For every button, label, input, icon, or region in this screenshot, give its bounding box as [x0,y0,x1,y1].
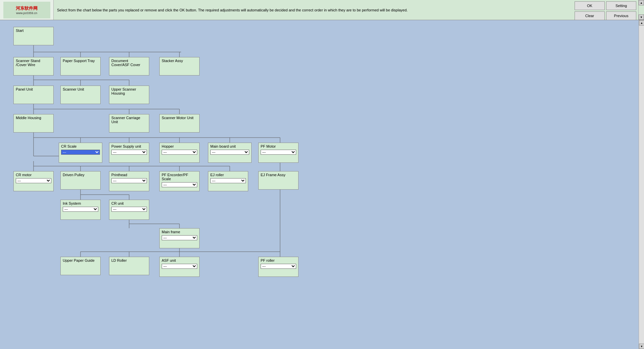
cr-unit-node[interactable]: CR unit --- [109,200,149,220]
ej-frame-assy-node[interactable]: EJ Frame Assy [258,171,299,190]
ej-roller-select[interactable]: --- [210,178,246,183]
paper-support-tray-node[interactable]: Paper Support Tray [60,57,101,76]
setting-button[interactable]: Setting [606,1,636,10]
power-supply-select[interactable]: --- [111,150,147,155]
logo-text1: 河东软件网 [16,5,38,11]
scrollbar-right: ▲ ▼ [639,20,644,349]
document-cover-node[interactable]: Document Cover/ASF Cover [109,57,149,76]
stacker-assy-node[interactable]: Stacker Assy [159,57,200,76]
main-frame-select[interactable]: --- [162,235,197,240]
panel-unit-label: Panel Unit [16,87,51,91]
main-board-unit-node[interactable]: Main board unit --- [208,143,252,163]
ink-system-node[interactable]: Ink System --- [60,200,101,220]
driven-pulley-node[interactable]: Driven Pulley [60,171,101,190]
cr-motor-node[interactable]: CR motor --- [13,171,54,191]
ok-button[interactable]: OK [575,1,605,10]
diagram-container[interactable]: Start Scanner Stand /Cover Wire Paper Su… [0,20,639,349]
upper-paper-guide-label: Upper Paper Guide [63,258,98,262]
scanner-carriage-unit-node[interactable]: Scanner Carriage Unit [109,114,149,133]
ink-system-label: Ink System [63,201,98,205]
scroll-down-icon[interactable]: ▼ [639,14,644,20]
scanner-unit-node[interactable]: Scanner Unit [60,86,101,104]
instruction-text: Select from the chart below the parts yo… [54,0,573,20]
pf-roller-label: PF roller [261,258,296,262]
instruction-label: Select from the chart below the parts yo… [57,8,408,12]
top-bar: 河东软件网 www.pc0359.cn Select from the char… [0,0,644,20]
main-board-unit-select[interactable]: --- [210,150,249,155]
scanner-carriage-unit-label: Scanner Carriage Unit [111,116,147,124]
hopper-label: Hopper [162,144,197,148]
ej-frame-assy-label: EJ Frame Assy [261,173,296,177]
pf-encoder-label: PF Encorder/PF Scale [162,173,197,181]
pf-roller-node[interactable]: PF roller --- [258,257,299,277]
document-cover-label: Document Cover/ASF Cover [111,59,147,67]
asf-unit-select[interactable]: --- [162,264,197,269]
start-node[interactable]: Start [13,27,54,45]
power-supply-node[interactable]: Power Supply unit --- [109,143,149,163]
ej-roller-label: EJ roller [210,173,246,177]
scroll-up-icon[interactable]: ▲ [639,0,644,5]
driven-pulley-label: Driven Pulley [63,173,98,177]
scanner-motor-unit-label: Scanner Motor Unit [162,116,197,120]
scanner-unit-label: Scanner Unit [63,87,98,91]
top-buttons: OK Setting Clear Previous [573,0,638,20]
printhead-label: Printhead [111,173,147,177]
upper-paper-guide-node[interactable]: Upper Paper Guide [60,257,101,275]
paper-support-tray-label: Paper Support Tray [63,59,98,63]
main-area: Start Scanner Stand /Cover Wire Paper Su… [0,20,644,349]
diagram-wrapper: Start Scanner Stand /Cover Wire Paper Su… [7,23,496,326]
ld-roller-label: LD Roller [111,258,147,262]
scanner-motor-unit-node[interactable]: Scanner Motor Unit [159,114,200,133]
scroll-up-btn[interactable]: ▲ [639,20,644,26]
cr-unit-select[interactable]: --- [111,207,147,212]
scroll-down-btn[interactable]: ▼ [639,344,644,349]
hopper-node[interactable]: Hopper --- [159,143,200,163]
middle-housing-label: Middle Housing [16,116,51,120]
printhead-node[interactable]: Printhead --- [109,171,149,191]
stacker-assy-label: Stacker Assy [162,59,197,63]
asf-unit-label: ASF unit [162,258,197,262]
middle-housing-node[interactable]: Middle Housing [13,114,54,133]
scanner-stand-label: Scanner Stand /Cover Wire [16,59,51,67]
main-frame-node[interactable]: Main frame --- [159,228,200,248]
pf-motor-node[interactable]: PF Motor --- [258,143,299,163]
main-board-unit-label: Main board unit [210,144,249,148]
ld-roller-node[interactable]: LD Roller [109,257,149,275]
asf-unit-node[interactable]: ASF unit --- [159,257,200,277]
ink-system-select[interactable]: --- [63,207,98,212]
scanner-stand-node[interactable]: Scanner Stand /Cover Wire [13,57,54,76]
logo-text2: www.pc0359.cn [16,11,37,15]
cr-scale-node[interactable]: CR Scale --- [59,143,102,163]
ej-roller-node[interactable]: EJ roller --- [208,171,248,191]
cr-scale-label: CR Scale [61,144,100,148]
upper-scanner-housing-node[interactable]: Upper Scanner Housing [109,86,149,104]
scroll-track[interactable] [639,26,644,344]
previous-button[interactable]: Previous [606,11,636,20]
panel-unit-node[interactable]: Panel Unit [13,86,54,104]
upper-scanner-housing-label: Upper Scanner Housing [111,87,147,95]
cr-scale-select[interactable]: --- [61,150,100,155]
logo-area: 河东软件网 www.pc0359.cn [0,0,54,20]
logo: 河东软件网 www.pc0359.cn [3,2,50,18]
clear-button[interactable]: Clear [575,11,605,20]
hopper-select[interactable]: --- [162,150,197,155]
pf-encoder-node[interactable]: PF Encorder/PF Scale --- [159,171,200,191]
pf-encoder-select[interactable]: --- [162,182,197,187]
start-label: Start [16,29,51,33]
cr-motor-select[interactable]: --- [16,178,51,183]
power-supply-label: Power Supply unit [111,144,147,148]
pf-roller-select[interactable]: --- [261,264,296,269]
printhead-select[interactable]: --- [111,178,147,183]
cr-motor-label: CR motor [16,173,51,177]
main-frame-label: Main frame [162,230,197,234]
cr-unit-label: CR unit [111,201,147,205]
pf-motor-label: PF Motor [261,144,296,148]
pf-motor-select[interactable]: --- [261,150,296,155]
